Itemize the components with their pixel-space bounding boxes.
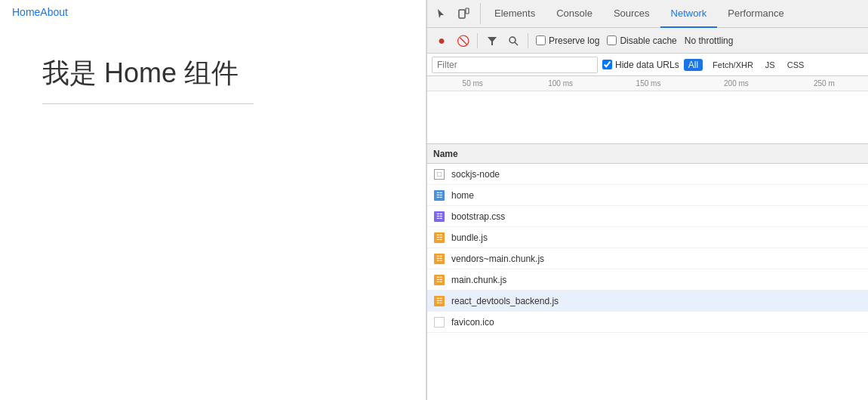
tick-200ms: 200 ms <box>692 79 780 88</box>
file-row[interactable]: ☷home <box>427 185 868 206</box>
nav-home-link[interactable]: Home <box>12 6 40 18</box>
preserve-log-checkbox[interactable] <box>536 35 546 45</box>
name-column-header: Name <box>427 144 868 164</box>
no-throttling-label: No throttling <box>685 35 734 46</box>
file-name: bootstrap.css <box>451 211 505 222</box>
hide-data-urls-checkbox[interactable] <box>602 60 612 69</box>
network-timeline: 50 ms 100 ms 150 ms 200 ms 250 m <box>427 76 868 144</box>
file-row[interactable]: ☷main.chunk.js <box>427 269 868 291</box>
webpage-nav: Home About <box>12 6 414 18</box>
devtools-panel: Elements Console Sources Network Perform… <box>426 0 868 400</box>
network-toolbar: ● 🚫 Preserve log Disable cache No thrott… <box>427 28 868 54</box>
file-name: react_devtools_backend.js <box>451 296 559 306</box>
file-icon: ☷ <box>433 253 445 265</box>
devtools-tabs: Elements Console Sources Network Perform… <box>484 0 795 28</box>
content-divider <box>42 103 254 104</box>
all-filter-badge[interactable]: All <box>684 59 703 71</box>
tab-performance[interactable]: Performance <box>717 0 794 28</box>
tab-elements[interactable]: Elements <box>484 0 546 28</box>
file-icon: ☷ <box>433 274 445 286</box>
nav-about-link[interactable]: About <box>40 6 68 18</box>
file-name: favicon.ico <box>451 317 494 328</box>
file-list: □sockjs-node☷home☷bootstrap.css☷bundle.j… <box>427 164 868 400</box>
file-row[interactable]: ☷bootstrap.css <box>427 206 868 227</box>
svg-point-3 <box>509 37 516 43</box>
timeline-content <box>427 91 868 143</box>
tick-100ms: 100 ms <box>516 79 604 88</box>
disable-cache-label: Disable cache <box>620 35 676 46</box>
hide-data-urls-label[interactable]: Hide data URLs <box>602 60 679 70</box>
webpage-panel: Home About 我是 Home 组件 <box>0 0 426 400</box>
file-icon: ☷ <box>433 295 445 307</box>
tick-50ms: 50 ms <box>429 79 516 88</box>
hide-data-urls-text: Hide data URLs <box>615 60 679 70</box>
tick-150ms: 150 ms <box>605 79 692 88</box>
clear-button[interactable]: 🚫 <box>453 31 472 51</box>
page-heading: 我是 Home 组件 <box>42 56 383 91</box>
timeline-ruler: 50 ms 100 ms 150 ms 200 ms 250 m <box>427 76 868 91</box>
disable-cache-checkbox[interactable] <box>607 35 617 45</box>
devtools-top-toolbar: Elements Console Sources Network Perform… <box>427 0 868 28</box>
page-content: 我是 Home 组件 <box>12 33 414 127</box>
svg-marker-2 <box>488 37 497 45</box>
disable-cache-checkbox-label[interactable]: Disable cache <box>607 35 676 46</box>
file-icon: ☷ <box>433 211 445 223</box>
svg-rect-1 <box>466 8 469 14</box>
tab-sources[interactable]: Sources <box>603 0 660 28</box>
file-row[interactable]: favicon.ico <box>427 312 868 333</box>
file-icon: ☷ <box>433 189 445 202</box>
file-row[interactable]: ☷bundle.js <box>427 227 868 248</box>
name-column-label: Name <box>433 149 458 159</box>
tab-network[interactable]: Network <box>660 0 718 28</box>
search-icon-button[interactable] <box>503 31 523 51</box>
file-icon: ☷ <box>433 232 445 244</box>
filter-fetch-xhr[interactable]: Fetch/XHR <box>707 60 759 70</box>
devtools-icon-buttons <box>430 3 481 24</box>
filter-js[interactable]: JS <box>760 60 780 70</box>
filter-input[interactable] <box>432 57 598 73</box>
svg-rect-0 <box>459 10 465 18</box>
file-icon: □ <box>433 168 445 180</box>
file-name: vendors~main.chunk.js <box>451 254 544 264</box>
file-name: main.chunk.js <box>451 275 506 285</box>
preserve-log-label: Preserve log <box>549 35 599 46</box>
tab-console[interactable]: Console <box>546 0 603 28</box>
record-button[interactable]: ● <box>432 31 451 51</box>
filter-bar: Hide data URLs All Fetch/XHR JS CSS <box>427 54 868 76</box>
file-name: sockjs-node <box>451 169 500 180</box>
filter-icon-button[interactable] <box>482 31 502 51</box>
preserve-log-checkbox-label[interactable]: Preserve log <box>536 35 599 46</box>
file-row[interactable]: ☷react_devtools_backend.js <box>427 291 868 312</box>
file-name: bundle.js <box>451 232 488 243</box>
file-icon <box>433 316 445 328</box>
device-toolbar-icon-button[interactable] <box>453 3 474 24</box>
toolbar-separator-1 <box>477 33 478 48</box>
file-row[interactable]: □sockjs-node <box>427 164 868 185</box>
file-row[interactable]: ☷vendors~main.chunk.js <box>427 248 868 269</box>
toolbar-separator-2 <box>528 33 528 48</box>
tick-250ms: 250 m <box>780 79 868 88</box>
svg-line-4 <box>515 42 518 45</box>
file-name: home <box>451 190 474 201</box>
filter-css[interactable]: CSS <box>782 60 810 70</box>
cursor-icon-button[interactable] <box>430 3 451 24</box>
filter-type-buttons: Fetch/XHR JS CSS <box>707 60 809 70</box>
